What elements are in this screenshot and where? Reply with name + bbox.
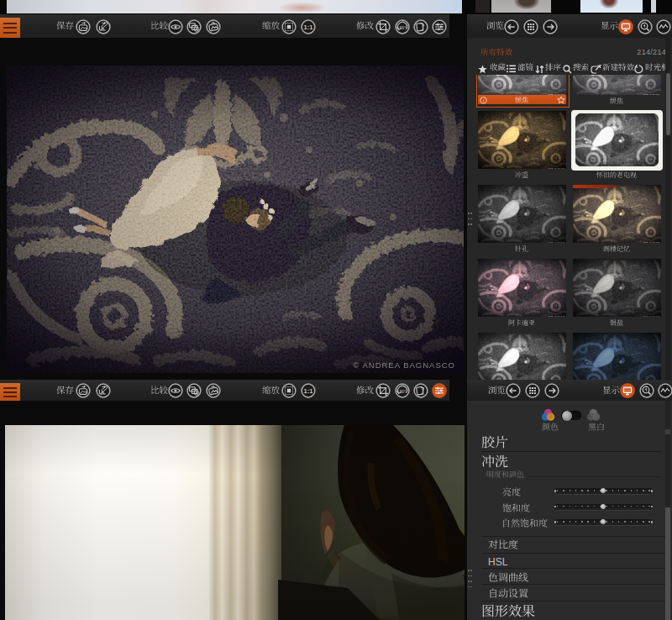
svg-text:90°: 90° <box>399 25 406 30</box>
svg-text:1:1: 1:1 <box>303 387 312 395</box>
svg-text:i: i <box>482 97 484 102</box>
svg-text:© ANDREA BAGNASCO: © ANDREA BAGNASCO <box>353 360 455 370</box>
svg-text:1:1: 1:1 <box>303 23 312 30</box>
svg-text:90°: 90° <box>399 389 406 394</box>
